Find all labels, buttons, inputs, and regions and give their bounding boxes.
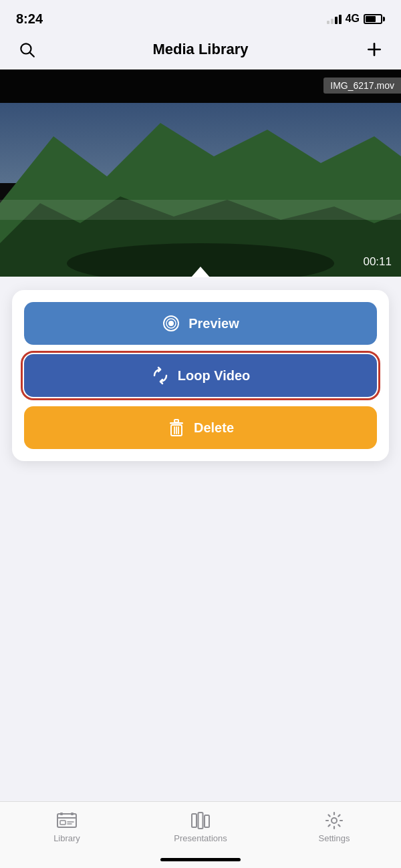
- home-indicator: [160, 858, 241, 861]
- trash-icon: [167, 418, 186, 437]
- svg-rect-28: [192, 814, 196, 827]
- svg-line-1: [30, 53, 34, 57]
- battery-icon: [364, 14, 385, 24]
- settings-tab-icon: [324, 811, 344, 830]
- preview-icon: [162, 314, 180, 333]
- svg-rect-23: [60, 813, 63, 815]
- search-button[interactable]: [13, 36, 40, 63]
- action-popup: Preview Loop Video: [12, 290, 389, 461]
- tab-library[interactable]: Library: [33, 811, 100, 843]
- video-thumbnail: IMG_6217.mov 00:11: [0, 69, 401, 277]
- svg-rect-10: [0, 200, 401, 220]
- presentations-tab-icon: [190, 811, 211, 830]
- add-button[interactable]: [361, 36, 388, 63]
- preview-button[interactable]: Preview: [24, 302, 377, 345]
- svg-rect-16: [174, 420, 178, 422]
- video-filename: IMG_6217.mov: [323, 78, 401, 94]
- page-title: Media Library: [152, 41, 248, 58]
- tab-settings[interactable]: Settings: [301, 811, 368, 843]
- status-bar: 8:24 4G: [0, 0, 401, 33]
- library-tab-icon: [57, 811, 77, 830]
- delete-button[interactable]: Delete: [24, 406, 377, 449]
- svg-point-31: [331, 818, 337, 823]
- settings-tab-label: Settings: [319, 833, 350, 843]
- svg-rect-24: [71, 813, 74, 815]
- plus-icon: [366, 41, 383, 58]
- tab-presentations[interactable]: Presentations: [167, 811, 234, 843]
- nav-bar: Media Library: [0, 33, 401, 69]
- loop-icon: [151, 366, 170, 385]
- lte-label: 4G: [346, 13, 360, 25]
- status-icons: 4G: [327, 13, 385, 25]
- loop-video-button[interactable]: Loop Video: [24, 354, 377, 397]
- svg-rect-25: [60, 821, 65, 825]
- library-tab-label: Library: [53, 833, 80, 843]
- presentations-tab-label: Presentations: [174, 833, 227, 843]
- svg-rect-30: [205, 815, 209, 827]
- video-duration: 00:11: [363, 255, 392, 269]
- svg-point-13: [168, 321, 174, 326]
- tab-bar: Library Presentations Settings: [0, 801, 401, 868]
- search-icon: [18, 41, 35, 58]
- status-time: 8:24: [16, 11, 43, 27]
- popup-arrow: [191, 267, 210, 277]
- video-scene: [0, 69, 401, 277]
- svg-rect-29: [198, 813, 203, 829]
- signal-bars-icon: [327, 13, 342, 24]
